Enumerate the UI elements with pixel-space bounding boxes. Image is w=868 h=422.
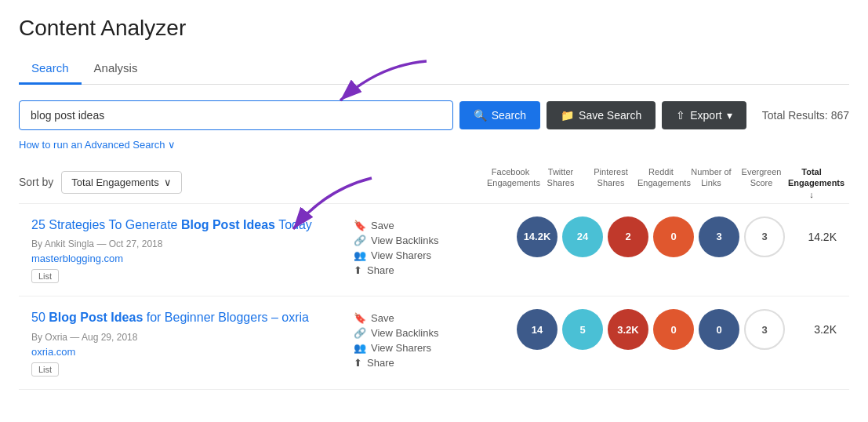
col-header-evergreen: Evergreen Score [736,166,786,200]
search-icon: 🔍 [474,109,487,122]
action-save-2[interactable]: 🔖Save [354,312,448,324]
metric-twitter-2: 5 [562,309,603,350]
users-icon: 👥 [354,249,366,261]
result-tag-1: List [31,269,59,283]
link-icon: 🔗 [354,235,366,246]
metric-total-2: 3.2K [790,323,837,336]
col-header-reddit: Reddit Engagements [636,166,686,200]
search-button[interactable]: 🔍 Search [459,101,540,129]
result-domain-2[interactable]: oxria.com [31,346,341,358]
action-backlinks-1[interactable]: 🔗View Backlinks [354,235,448,246]
table-row: 50 Blog Post Ideas for Beginner Bloggers… [19,296,849,389]
users-icon: 👥 [354,342,366,354]
chevron-down-icon: ▾ [727,109,732,122]
folder-icon: 📁 [561,109,574,122]
link-icon: 🔗 [354,327,366,339]
result-tag-2: List [31,362,59,377]
metric-links-1: 3 [699,216,739,257]
metric-pinterest-1: 2 [608,216,648,257]
chevron-down-icon: ∨ [164,176,172,188]
result-metrics-1: 14.2K 24 2 0 3 3 14.2K [460,216,837,257]
sort-label: Sort by [19,176,53,188]
bookmark-icon: 🔖 [354,312,366,324]
metric-reddit-1: 0 [653,216,694,257]
col-header-links: Number of Links [686,166,736,200]
result-title-1[interactable]: 25 Strategies To Generate Blog Post Idea… [31,216,341,234]
result-content-2: 50 Blog Post Ideas for Beginner Bloggers… [31,309,341,376]
metric-pinterest-2: 3.2K [608,309,648,350]
metric-reddit-2: 0 [653,309,694,350]
action-save-1[interactable]: 🔖Save [354,220,448,231]
col-header-twitter: Twitter Shares [536,166,586,200]
export-icon: ⇧ [676,109,685,122]
result-metrics-2: 14 5 3.2K 0 0 3 3.2K [460,309,837,350]
column-headers: Facebook Engagements Twitter Shares Pint… [485,166,849,200]
action-share-2[interactable]: ⬆Share [354,357,448,369]
metric-twitter-1: 24 [562,216,603,257]
export-button[interactable]: ⇧ Export ▾ [662,101,746,129]
share-icon: ⬆ [354,264,362,276]
total-results: Total Results: 867 [753,109,849,122]
result-actions-1: 🔖Save 🔗View Backlinks 👥View Sharers ⬆Sha… [354,216,448,276]
metric-links-2: 0 [699,309,739,350]
result-domain-1[interactable]: masterblogging.com [31,253,341,264]
share-icon: ⬆ [354,357,362,369]
save-search-button[interactable]: 📁 Save Search [547,101,656,129]
result-meta-1: By Ankit Singla — Oct 27, 2018 [31,238,341,249]
chevron-down-icon: ∨ [168,139,176,151]
tabs: Search Analysis [19,53,849,85]
tab-search[interactable]: Search [19,53,82,85]
result-actions-2: 🔖Save 🔗View Backlinks 👥View Sharers ⬆Sha… [354,309,448,369]
metric-total-1: 14.2K [790,231,837,243]
metric-evergreen-2: 3 [744,309,785,350]
tab-analysis[interactable]: Analysis [82,53,151,85]
result-title-2[interactable]: 50 Blog Post Ideas for Beginner Bloggers… [31,309,341,326]
col-header-pinterest: Pinterest Shares [586,166,636,200]
results-list: 25 Strategies To Generate Blog Post Idea… [19,203,849,390]
bookmark-icon: 🔖 [354,220,366,231]
sort-dropdown[interactable]: Total Engagements ∨ [61,171,181,194]
result-meta-2: By Oxria — Aug 29, 2018 [31,332,341,343]
action-sharers-1[interactable]: 👥View Sharers [354,249,448,261]
col-header-facebook: Facebook Engagements [485,166,536,200]
advanced-search-link[interactable]: How to run an Advanced Search ∨ [19,139,176,151]
search-input[interactable] [19,100,453,130]
col-header-total: Total Engagements ↓ [786,166,837,200]
result-content-1: 25 Strategies To Generate Blog Post Idea… [31,216,341,283]
search-bar-row: 🔍 Search 📁 Save Search ⇧ Export ▾ Total … [19,100,849,130]
action-share-1[interactable]: ⬆Share [354,264,448,276]
action-sharers-2[interactable]: 👥View Sharers [354,342,448,354]
table-row: 25 Strategies To Generate Blog Post Idea… [19,204,849,296]
sort-row: Sort by Total Engagements ∨ [19,171,182,194]
metric-facebook-2: 14 [517,309,557,350]
action-backlinks-2[interactable]: 🔗View Backlinks [354,327,448,339]
app-title: Content Analyzer [19,16,849,41]
metric-evergreen-1: 3 [744,216,785,257]
metric-facebook-1: 14.2K [517,216,557,257]
